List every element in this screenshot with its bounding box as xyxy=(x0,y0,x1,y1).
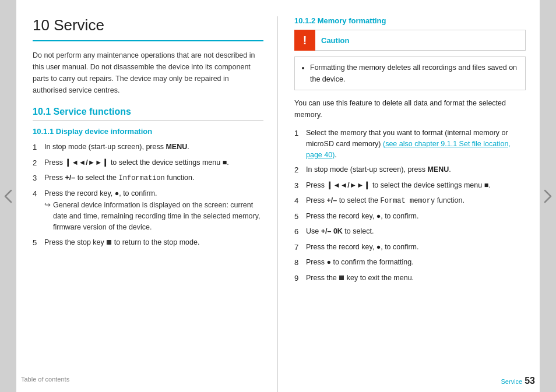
section-heading: 10.1 Service functions xyxy=(33,107,263,117)
page-container: 10 Service Do not perform any maintenanc… xyxy=(0,0,556,392)
step-2: 2 Press ❙◄◄/►►❙ to select the device set… xyxy=(33,157,263,169)
footer-right: Service 53 xyxy=(501,376,535,386)
r-step-7: 7 Press the record key, ●, to confirm. xyxy=(294,242,526,253)
feature-text: You can use this feature to delete all d… xyxy=(294,97,526,121)
footer-service-label: Service xyxy=(501,378,523,385)
intro-text: Do not perform any maintenance operation… xyxy=(33,50,263,96)
r-step-num-4: 4 xyxy=(294,195,306,207)
caution-label-text: Caution xyxy=(321,36,349,45)
r-step-1: 1 Select the memory that you want to for… xyxy=(294,128,526,160)
left-column: 10 Service Do not perform any maintenanc… xyxy=(16,16,278,392)
r-step-num-3: 3 xyxy=(294,180,306,192)
r-step-num-5: 5 xyxy=(294,211,306,223)
step-3: 3 Press +/– to select the Information fu… xyxy=(33,172,263,184)
right-column: 10.1.2 Memory formatting ! Caution Forma… xyxy=(278,16,540,392)
r-step-content-4: Press +/– to select the Format memory fu… xyxy=(306,195,526,207)
caution-bullet-box: Formatting the memory deletes all record… xyxy=(294,56,526,90)
caution-bullet-list: Formatting the memory deletes all record… xyxy=(302,62,518,85)
subsection-heading-2: 10.1.2 Memory formatting xyxy=(294,16,526,25)
footer-left: Table of contents xyxy=(21,376,69,386)
stop-icon-2 xyxy=(339,276,344,280)
r-step-2: 2 In stop mode (start-up screen), press … xyxy=(294,164,526,176)
r-step-6: 6 Use +/– 0K to select. xyxy=(294,226,526,238)
r-step-content-8: Press ● to confirm the formatting. xyxy=(306,257,526,269)
r-step-num-6: 6 xyxy=(294,226,306,238)
caution-bullet-item: Formatting the memory deletes all record… xyxy=(310,62,518,85)
r-step-content-2: In stop mode (start-up screen), press ME… xyxy=(306,164,526,176)
step-1: 1 In stop mode (start-up screen), press … xyxy=(33,142,263,153)
chapter-divider xyxy=(33,40,263,41)
r-step-9: 9 Press the key to exit the menu. xyxy=(294,273,526,284)
nav-arrow-right[interactable] xyxy=(540,0,556,392)
step-content-5: Press the stop key to return to the stop… xyxy=(44,237,263,249)
r-step-content-1: Select the memory that you want to forma… xyxy=(306,128,526,160)
step-5: 5 Press the stop key to return to the st… xyxy=(33,237,263,249)
r-step-content-5: Press the record key, ●, to confirm. xyxy=(306,211,526,223)
section-divider xyxy=(33,121,263,121)
r-step-content-7: Press the record key, ●, to confirm. xyxy=(306,242,526,253)
step-num-5: 5 xyxy=(33,237,44,249)
footer: Table of contents Service 53 xyxy=(0,376,556,386)
r-step-5: 5 Press the record key, ●, to confirm. xyxy=(294,211,526,223)
step-num-2: 2 xyxy=(33,157,44,169)
stop-icon xyxy=(107,240,111,245)
step-content-2: Press ❙◄◄/►►❙ to select the device setti… xyxy=(44,157,263,169)
steps-list-1: 1 In stop mode (start-up screen), press … xyxy=(33,142,263,248)
r-step-content-6: Use +/– 0K to select. xyxy=(306,226,526,238)
set-location-link[interactable]: (see also chapter 9.1.1 Set file locatio… xyxy=(306,140,511,159)
r-step-content-9: Press the key to exit the menu. xyxy=(306,273,526,284)
step-num-4: 4 xyxy=(33,188,44,233)
content-area: 10 Service Do not perform any maintenanc… xyxy=(16,0,540,392)
r-step-content-3: Press ❙◄◄/►►❙ to select the device setti… xyxy=(306,180,526,192)
caution-container: ! Caution xyxy=(294,30,526,51)
arrow-icon: ↪ xyxy=(44,200,51,232)
caution-icon-box: ! xyxy=(294,30,315,51)
step-4-subnote-text: General device information is displayed … xyxy=(53,200,263,232)
r-step-num-9: 9 xyxy=(294,273,306,284)
chapter-title: 10 Service xyxy=(33,16,263,34)
caution-label-box: Caution xyxy=(315,30,526,51)
r-step-num-1: 1 xyxy=(294,128,306,160)
step-content-1: In stop mode (start-up screen), press ME… xyxy=(44,142,263,153)
subsection-heading-1: 10.1.1 Display device information xyxy=(33,127,263,136)
steps-list-2: 1 Select the memory that you want to for… xyxy=(294,128,526,284)
caution-exclamation-icon: ! xyxy=(303,34,307,47)
step-num-3: 3 xyxy=(33,172,44,184)
r-step-3: 3 Press ❙◄◄/►►❙ to select the device set… xyxy=(294,180,526,192)
r-step-num-7: 7 xyxy=(294,242,306,253)
step-content-4: Press the record key, ●, to confirm. ↪ G… xyxy=(44,188,263,233)
step-4: 4 Press the record key, ●, to confirm. ↪… xyxy=(33,188,263,233)
nav-arrow-left[interactable] xyxy=(0,0,16,392)
r-step-8: 8 Press ● to confirm the formatting. xyxy=(294,257,526,269)
r-step-4: 4 Press +/– to select the Format memory … xyxy=(294,195,526,207)
footer-page-num: 53 xyxy=(525,376,535,386)
step-content-3: Press +/– to select the Information func… xyxy=(44,172,263,184)
r-step-num-8: 8 xyxy=(294,257,306,269)
step-num-1: 1 xyxy=(33,142,44,153)
r-step-num-2: 2 xyxy=(294,164,306,176)
step-4-subnote: ↪ General device information is displaye… xyxy=(44,200,263,232)
